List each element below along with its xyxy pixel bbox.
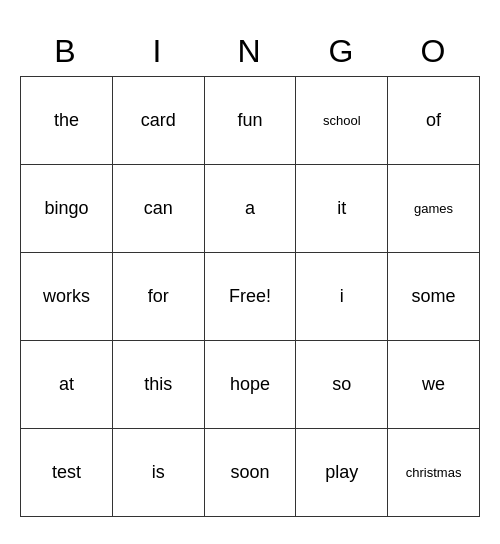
bingo-cell: fun <box>205 77 297 165</box>
bingo-cell: can <box>113 165 205 253</box>
bingo-cell: for <box>113 253 205 341</box>
bingo-cell: hope <box>205 341 297 429</box>
bingo-cell: works <box>21 253 113 341</box>
header-letter: O <box>388 27 480 76</box>
bingo-card: BINGO thecardfunschoolofbingocanaitgames… <box>20 27 480 517</box>
bingo-cell: is <box>113 429 205 517</box>
bingo-cell: play <box>296 429 388 517</box>
bingo-header: BINGO <box>20 27 480 76</box>
bingo-cell: games <box>388 165 480 253</box>
bingo-cell: christmas <box>388 429 480 517</box>
header-letter: I <box>112 27 204 76</box>
bingo-grid: thecardfunschoolofbingocanaitgamesworksf… <box>20 76 480 517</box>
bingo-cell: at <box>21 341 113 429</box>
bingo-cell: the <box>21 77 113 165</box>
bingo-cell: so <box>296 341 388 429</box>
header-letter: B <box>20 27 112 76</box>
bingo-cell: bingo <box>21 165 113 253</box>
header-letter: N <box>204 27 296 76</box>
bingo-cell: school <box>296 77 388 165</box>
bingo-cell: card <box>113 77 205 165</box>
bingo-cell: of <box>388 77 480 165</box>
bingo-cell: we <box>388 341 480 429</box>
bingo-cell: test <box>21 429 113 517</box>
bingo-cell: soon <box>205 429 297 517</box>
bingo-cell: this <box>113 341 205 429</box>
bingo-cell: Free! <box>205 253 297 341</box>
bingo-cell: it <box>296 165 388 253</box>
header-letter: G <box>296 27 388 76</box>
bingo-cell: a <box>205 165 297 253</box>
bingo-cell: i <box>296 253 388 341</box>
bingo-cell: some <box>388 253 480 341</box>
